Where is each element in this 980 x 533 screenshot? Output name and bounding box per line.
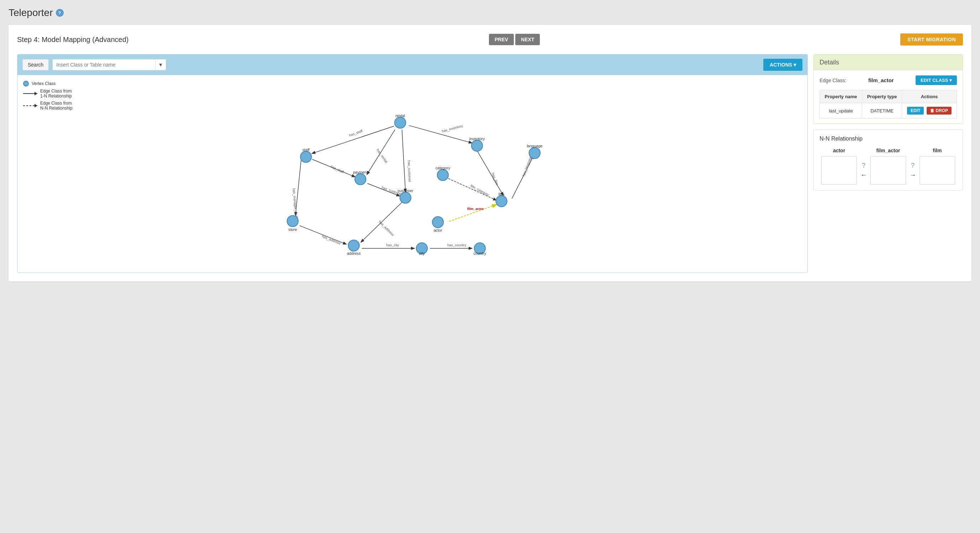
edge-class-value: film_actor: [868, 77, 894, 83]
svg-text:rental: rental: [395, 113, 405, 118]
svg-point-34: [529, 147, 540, 158]
graph-svg: has_inventory has_film has_language has_…: [23, 81, 802, 266]
legend-solid: Edge Class from1-N Relationship: [23, 89, 73, 99]
svg-point-44: [496, 196, 507, 207]
legend-dashed-label: Edge Class fromN-N Relationship: [40, 101, 73, 111]
right-panel: Details Edge Class: film_actor EDIT CLAS…: [813, 54, 963, 273]
drop-label: DROP: [935, 108, 948, 113]
svg-point-42: [400, 192, 411, 203]
svg-line-0: [409, 126, 472, 143]
svg-text:has_film: has_film: [491, 172, 499, 186]
svg-point-36: [300, 151, 311, 162]
svg-text:address: address: [347, 251, 361, 256]
nn-film-actor-label: film_actor: [877, 148, 900, 153]
step-title: Step 4: Model Mapping (Advanced): [17, 36, 129, 44]
solid-arrow-icon: [23, 93, 37, 94]
svg-point-50: [348, 240, 359, 251]
svg-text:language: language: [527, 144, 542, 148]
svg-text:has_customer: has_customer: [407, 160, 412, 183]
edit-property-button[interactable]: EDIT: [907, 107, 924, 115]
svg-text:film_category: film_category: [470, 184, 490, 197]
property-actions-cell: EDIT 🗑 DROP: [902, 103, 956, 118]
graph-area: Vertex Class Edge Class from1-N Relation…: [18, 75, 807, 272]
svg-text:has_staff: has_staff: [330, 164, 345, 174]
svg-text:payment: payment: [353, 170, 368, 174]
start-migration-button[interactable]: START MIGRATION: [900, 33, 963, 46]
left-question-icon: ?: [862, 162, 865, 169]
page-title-area: Teleporter ?: [8, 7, 972, 19]
svg-text:has_staff: has_staff: [348, 129, 363, 137]
search-button[interactable]: Search: [22, 59, 49, 70]
edge-class-label: Edge Class:: [819, 78, 846, 83]
property-type-cell: DATETIME: [862, 103, 902, 118]
left-arrow-icon: ←: [861, 172, 867, 179]
search-bar: Search ▼ ACTIONS ▾: [18, 54, 807, 75]
legend-solid-label: Edge Class from1-N Relationship: [40, 89, 72, 99]
svg-line-26: [449, 178, 496, 200]
svg-text:has_address: has_address: [378, 220, 395, 237]
nn-right-arrows: ? →: [910, 162, 916, 179]
svg-text:has_inventory: has_inventory: [441, 124, 463, 133]
col-property-type: Property type: [862, 91, 902, 103]
page-wrapper: Teleporter ? Step 4: Model Mapping (Adva…: [0, 0, 980, 288]
nn-actor-box: [821, 156, 857, 185]
vertex-circle-icon: [23, 81, 29, 86]
table-row: last_update DATETIME EDIT 🗑 DROP: [820, 103, 957, 118]
svg-point-48: [287, 216, 298, 227]
svg-line-10: [402, 129, 406, 192]
right-question-icon: ?: [911, 162, 915, 169]
nn-actor-entity: actor: [821, 148, 857, 185]
app-title: Teleporter: [8, 7, 53, 19]
details-body: Edge Class: film_actor EDIT CLASS ▾ Prop…: [814, 70, 963, 124]
svg-text:has_city: has_city: [386, 243, 399, 247]
content-area: Search ▼ ACTIONS ▾ Vertex Class: [17, 54, 963, 273]
svg-text:inventory: inventory: [469, 137, 485, 141]
col-actions: Actions: [902, 91, 956, 103]
actions-button[interactable]: ACTIONS ▾: [763, 59, 802, 71]
svg-text:category: category: [436, 166, 450, 170]
right-arrow-icon: →: [910, 172, 916, 179]
svg-text:has_country: has_country: [447, 243, 466, 247]
left-panel: Search ▼ ACTIONS ▾ Vertex Class: [17, 54, 808, 273]
nn-film-actor-box: [870, 156, 906, 185]
search-input-wrap: ▼: [52, 59, 166, 70]
nn-film-entity: film: [920, 148, 955, 185]
step-header: Step 4: Model Mapping (Advanced) PREV NE…: [17, 33, 963, 46]
svg-text:film: film: [498, 192, 504, 196]
legend-vertex: Vertex Class: [23, 81, 73, 86]
nn-film-label: film: [933, 148, 942, 153]
main-card: Step 4: Model Mapping (Advanced) PREV NE…: [8, 25, 972, 282]
svg-text:country: country: [474, 251, 487, 256]
legend-dashed: Edge Class fromN-N Relationship: [23, 101, 73, 111]
property-name-cell: last_update: [820, 103, 862, 118]
drop-property-button[interactable]: 🗑 DROP: [927, 107, 951, 115]
svg-text:staff: staff: [302, 148, 310, 152]
nn-relationship-card: N-N Relationship actor ? ← film_actor: [813, 129, 963, 191]
svg-text:store: store: [288, 228, 297, 232]
svg-text:city: city: [419, 251, 425, 256]
nn-film-box: [920, 156, 955, 185]
next-button[interactable]: NEXT: [515, 34, 540, 45]
svg-point-32: [471, 140, 482, 151]
details-header: Details: [814, 54, 963, 70]
nn-film-actor-entity: film_actor: [870, 148, 906, 185]
search-input[interactable]: [52, 59, 155, 70]
svg-text:actor: actor: [434, 228, 442, 232]
search-dropdown-arrow[interactable]: ▼: [155, 59, 166, 70]
nn-diagram: actor ? ← film_actor ?: [819, 148, 957, 185]
nn-actor-label: actor: [833, 148, 845, 153]
properties-table: Property name Property type Actions last…: [819, 90, 957, 118]
nn-title: N-N Relationship: [819, 135, 957, 142]
prev-button[interactable]: PREV: [489, 34, 514, 45]
nn-left-arrows: ? ←: [861, 162, 867, 179]
svg-point-30: [395, 117, 406, 128]
svg-point-40: [438, 169, 449, 180]
svg-line-6: [312, 126, 394, 154]
svg-text:has_manager_staff: has_manager_staff: [292, 188, 298, 218]
svg-text:has_language: has_language: [521, 155, 533, 177]
help-icon[interactable]: ?: [56, 9, 64, 17]
svg-point-46: [432, 217, 443, 228]
nav-buttons: PREV NEXT: [489, 34, 540, 45]
edit-class-button[interactable]: EDIT CLASS ▾: [916, 75, 957, 85]
svg-point-38: [355, 173, 366, 185]
